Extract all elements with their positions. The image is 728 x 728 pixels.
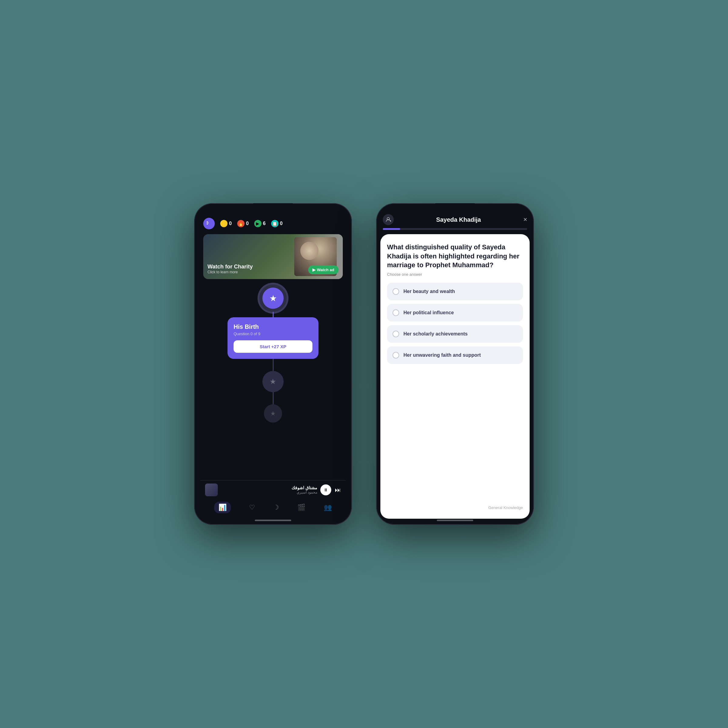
lesson-title: His Birth <box>234 323 312 330</box>
music-thumbnail <box>205 483 218 496</box>
answer-option-3[interactable]: Her scholarly achievements <box>387 325 523 343</box>
answer-option-2[interactable]: Her political influence <box>387 304 523 321</box>
play-count: 6 <box>263 221 266 226</box>
quiz-card: What distinguished quality of Sayeda Kha… <box>380 234 530 519</box>
users-icon: 👥 <box>324 503 332 511</box>
ad-banner[interactable]: Watch for Charity Click to learn more ▶ … <box>203 234 343 279</box>
nav-active-bg: 📊 <box>214 502 231 513</box>
nav-quran[interactable]: ☽ <box>270 502 282 512</box>
game-path: ★ His Birth Question 0 of 9 Start +27 XP… <box>200 281 346 480</box>
music-info: مشتاق اشوفك محمود أسيري <box>221 485 317 494</box>
right-phone-notch <box>435 203 475 213</box>
option-label-4: Her unwavering faith and support <box>404 352 481 358</box>
quiz-instruction: Choose one answer <box>387 272 523 277</box>
answer-option-4[interactable]: Her unwavering faith and support <box>387 346 523 364</box>
ad-title: Watch for Charity <box>208 264 253 270</box>
music-player: مشتاق اشوفك محمود أسيري ⏸ ⏭ <box>205 483 341 496</box>
radio-4 <box>393 352 399 359</box>
clipboard-icon: 📋 <box>271 220 278 227</box>
quiz-footer: General Knowledge <box>387 501 523 510</box>
crescent-icon: ☽ <box>273 503 279 511</box>
locked-node-2: ★ <box>264 404 282 422</box>
music-controls: ⏸ ⏭ <box>320 485 341 496</box>
nav-home[interactable]: 📊 <box>211 500 234 514</box>
quiz-question: What distinguished quality of Sayeda Kha… <box>387 243 523 270</box>
progress-bar-container <box>376 228 534 230</box>
play-stat: ▶ 6 <box>254 220 266 227</box>
user-avatar[interactable] <box>203 218 215 229</box>
heart-icon: ♡ <box>249 503 255 511</box>
left-phone: ⚡ 0 🔥 0 ▶ 6 📋 0 <box>194 203 352 525</box>
active-lesson-node[interactable]: ★ <box>259 284 287 312</box>
fire-count: 0 <box>246 221 249 226</box>
path-connector-top <box>273 312 274 318</box>
option-label-2: Her political influence <box>404 310 454 315</box>
quiz-avatar <box>383 214 394 225</box>
lesson-subtitle: Question 0 of 9 <box>234 332 312 336</box>
svg-rect-0 <box>206 222 208 222</box>
watch-ad-button[interactable]: ▶ Watch ad <box>308 265 338 274</box>
svg-rect-2 <box>206 224 208 225</box>
home-indicator <box>255 520 291 521</box>
bottom-bar: مشتاق اشوفك محمود أسيري ⏸ ⏭ 📊 <box>200 480 346 519</box>
play-icon: ▶ <box>254 220 262 227</box>
video-icon: 🎬 <box>297 503 306 511</box>
answer-options: Her beauty and wealth Her political infl… <box>387 283 523 364</box>
lightning-icon: ⚡ <box>220 220 228 227</box>
active-node-inner: ★ <box>262 288 284 309</box>
quiz-title: Sayeda Khadija <box>436 216 481 223</box>
start-lesson-button[interactable]: Start +27 XP <box>234 340 312 353</box>
quiz-category: General Knowledge <box>488 505 523 510</box>
clipboard-stat: 📋 0 <box>271 220 283 227</box>
close-button[interactable]: × <box>523 216 527 223</box>
radio-3 <box>393 330 399 337</box>
clipboard-count: 0 <box>280 221 283 226</box>
lightning-count: 0 <box>229 221 232 226</box>
right-phone: Sayeda Khadija × What distinguished qual… <box>376 203 534 525</box>
path-connector-mid <box>273 359 274 371</box>
quiz-header: Sayeda Khadija × <box>376 214 534 225</box>
skip-button[interactable]: ⏭ <box>335 486 341 494</box>
path-connector-bot <box>273 392 274 404</box>
radio-1 <box>393 288 399 295</box>
option-label-1: Her beauty and wealth <box>404 289 455 294</box>
option-label-3: Her scholarly achievements <box>404 331 468 337</box>
progress-bar-fill <box>383 228 400 230</box>
answer-option-1[interactable]: Her beauty and wealth <box>387 283 523 300</box>
svg-rect-1 <box>206 223 209 223</box>
left-phone-notch <box>253 203 293 213</box>
pause-button[interactable]: ⏸ <box>320 485 331 496</box>
progress-bar-background <box>383 228 527 230</box>
lightning-stat: ⚡ 0 <box>220 220 232 227</box>
nav-bar: 📊 ♡ ☽ 🎬 👥 <box>205 499 341 515</box>
lesson-card: His Birth Question 0 of 9 Start +27 XP <box>228 317 318 359</box>
nav-community[interactable]: 👥 <box>321 502 335 512</box>
ad-subtitle: Click to learn more <box>208 270 253 274</box>
right-home-indicator <box>437 520 473 521</box>
top-bar: ⚡ 0 🔥 0 ▶ 6 📋 0 <box>200 216 346 232</box>
fire-icon: 🔥 <box>237 220 245 227</box>
watch-btn-label: Watch ad <box>317 268 334 272</box>
music-artist: محمود أسيري <box>221 490 317 494</box>
fire-stat: 🔥 0 <box>237 220 249 227</box>
radio-2 <box>393 309 399 316</box>
music-title: مشتاق اشوفك <box>221 485 317 490</box>
chart-bar-icon: 📊 <box>219 503 226 511</box>
nav-favorites[interactable]: ♡ <box>246 502 258 512</box>
nav-videos[interactable]: 🎬 <box>294 502 309 512</box>
locked-node-1: ★ <box>262 371 284 392</box>
watch-btn-icon: ▶ <box>312 268 315 272</box>
